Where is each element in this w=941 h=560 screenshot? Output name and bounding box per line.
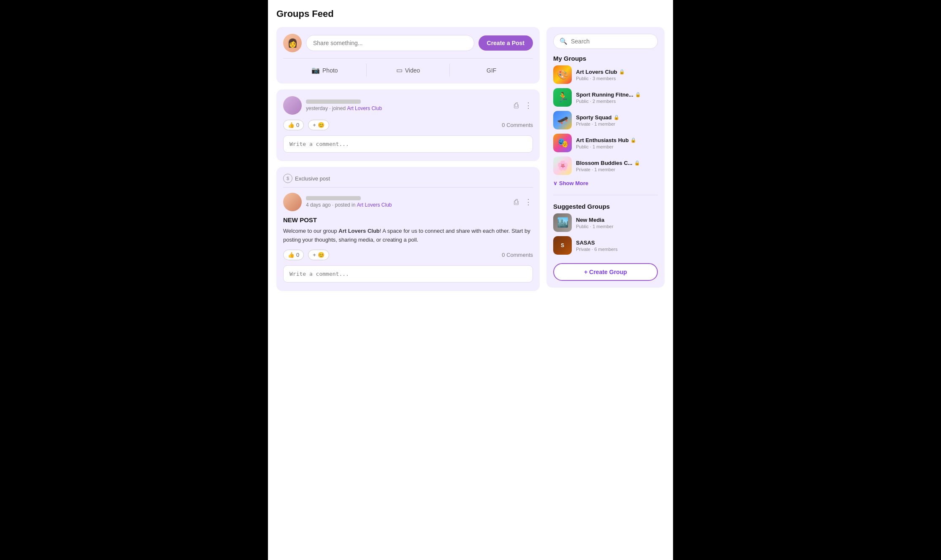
user-avatar: 👩 bbox=[283, 34, 302, 52]
comments-count-1: 0 Comments bbox=[502, 122, 533, 128]
thumbs-up-icon: 👍 bbox=[288, 122, 295, 128]
composer-input[interactable] bbox=[306, 35, 474, 51]
group-name-sporty-squad: Sporty Squad 🔒 bbox=[576, 114, 658, 121]
group-item-art-enthusiasts[interactable]: 🎭 Art Enthusiasts Hub 🔒 Public · 1 membe… bbox=[553, 134, 658, 152]
comments-count-2: 0 Comments bbox=[502, 252, 533, 258]
share-button-2[interactable]: ⎙ bbox=[513, 197, 519, 207]
group-item-sport-running[interactable]: 🏃 Sport Running Fitne... 🔒 Public · 2 me… bbox=[553, 88, 658, 107]
group-meta-art-lovers: Public · 3 members bbox=[576, 76, 658, 81]
composer-card: 👩 Create a Post 📷 Photo ▭ Video G bbox=[276, 27, 540, 83]
group-item-sporty-squad[interactable]: 🛹 Sporty Squad 🔒 Private · 1 member bbox=[553, 111, 658, 129]
group-meta-blossom: Private · 1 member bbox=[576, 167, 658, 172]
group-name-new-media: New Media bbox=[576, 217, 658, 223]
post-group-link-1[interactable]: Art Lovers Club bbox=[347, 105, 382, 111]
divider bbox=[553, 195, 658, 195]
like-button-2[interactable]: 👍 0 bbox=[283, 250, 304, 260]
group-item-blossom[interactable]: 🌸 Blossom Buddies C... 🔒 Private · 1 mem… bbox=[553, 156, 658, 175]
show-more-button[interactable]: ∨ Show More bbox=[553, 179, 588, 187]
username-blur-2 bbox=[306, 196, 361, 200]
comment-input-2[interactable] bbox=[283, 265, 533, 283]
suggested-groups-title: Suggested Groups bbox=[553, 203, 658, 210]
like-button-1[interactable]: 👍 0 bbox=[283, 120, 304, 130]
video-icon: ▭ bbox=[396, 66, 403, 74]
group-thumb-sporty-squad: 🛹 bbox=[553, 111, 572, 129]
group-thumb-sasas: S bbox=[553, 236, 572, 255]
my-groups-section: My Groups 🎨 Art Lovers Club 🔒 Public · 3… bbox=[553, 55, 658, 187]
chevron-down-icon: ∨ bbox=[553, 180, 557, 186]
post-group-link-2[interactable]: Art Lovers Club bbox=[357, 202, 392, 208]
group-item-new-media[interactable]: 🏙️ New Media Public · 1 member bbox=[553, 213, 658, 232]
thumbs-up-icon-2: 👍 bbox=[288, 252, 295, 258]
create-group-button[interactable]: + Create Group bbox=[553, 263, 658, 281]
post-avatar-1 bbox=[283, 96, 302, 115]
suggested-groups-list: 🏙️ New Media Public · 1 member S SASAS bbox=[553, 213, 658, 255]
comment-input-1[interactable] bbox=[283, 135, 533, 153]
group-thumb-art-enthusiasts: 🎭 bbox=[553, 134, 572, 152]
emoji-button-2[interactable]: +😊 bbox=[308, 250, 329, 260]
group-thumb-new-media: 🏙️ bbox=[553, 213, 572, 232]
lock-icon-art-lovers: 🔒 bbox=[619, 69, 625, 75]
group-thumb-art-lovers: 🎨 bbox=[553, 65, 572, 84]
post-body: NEW POST Welcome to our group Art Lovers… bbox=[283, 216, 533, 245]
group-meta-sporty-squad: Private · 1 member bbox=[576, 121, 658, 127]
group-meta-sport-running: Public · 2 members bbox=[576, 99, 658, 104]
page-title: Groups Feed bbox=[276, 8, 665, 19]
exclusive-badge: $ Exclusive post bbox=[283, 174, 533, 188]
group-item-art-lovers[interactable]: 🎨 Art Lovers Club 🔒 Public · 3 members bbox=[553, 65, 658, 84]
gif-button[interactable]: GIF bbox=[450, 64, 533, 77]
group-name-sport-running: Sport Running Fitne... 🔒 bbox=[576, 92, 658, 98]
exclusive-icon: $ bbox=[283, 174, 292, 183]
emoji-button-1[interactable]: +😊 bbox=[308, 120, 329, 130]
post-card-1: yesterday · joined Art Lovers Club ⎙ ⋮ 👍… bbox=[276, 89, 540, 161]
group-item-sasas[interactable]: S SASAS Private · 6 members bbox=[553, 236, 658, 255]
group-meta-art-enthusiasts: Public · 1 member bbox=[576, 144, 658, 149]
post-body-text: Welcome to our group Art Lovers Club! A … bbox=[283, 227, 533, 245]
group-name-art-lovers: Art Lovers Club 🔒 bbox=[576, 69, 658, 75]
lock-icon-art-enthusiasts: 🔒 bbox=[630, 137, 636, 143]
lock-icon-sport-running: 🔒 bbox=[635, 92, 641, 97]
group-name-blossom: Blossom Buddies C... 🔒 bbox=[576, 160, 658, 166]
post-time-2: 4 days ago · posted in Art Lovers Club bbox=[306, 202, 513, 208]
search-bar: 🔍 bbox=[553, 34, 658, 49]
create-post-button[interactable]: Create a Post bbox=[479, 35, 533, 51]
group-thumb-sport-running: 🏃 bbox=[553, 88, 572, 107]
group-meta-sasas: Private · 6 members bbox=[576, 247, 658, 252]
suggested-groups-section: Suggested Groups 🏙️ New Media Public · 1… bbox=[553, 203, 658, 255]
post-body-title: NEW POST bbox=[283, 216, 533, 223]
group-meta-new-media: Public · 1 member bbox=[576, 224, 658, 229]
more-button-2[interactable]: ⋮ bbox=[524, 197, 533, 207]
my-groups-list: 🎨 Art Lovers Club 🔒 Public · 3 members bbox=[553, 65, 658, 175]
more-button-1[interactable]: ⋮ bbox=[524, 100, 533, 111]
lock-icon-blossom: 🔒 bbox=[634, 160, 640, 166]
post-time-1: yesterday · joined Art Lovers Club bbox=[306, 105, 513, 111]
group-name-sasas: SASAS bbox=[576, 240, 658, 246]
username-blur-1 bbox=[306, 100, 361, 104]
post-card-2: $ Exclusive post 4 days ago · posted in … bbox=[276, 167, 540, 291]
photo-icon: 📷 bbox=[311, 66, 320, 74]
feed-column: 👩 Create a Post 📷 Photo ▭ Video G bbox=[276, 27, 540, 291]
group-name-art-enthusiasts: Art Enthusiasts Hub 🔒 bbox=[576, 137, 658, 143]
photo-button[interactable]: 📷 Photo bbox=[283, 64, 367, 77]
group-thumb-blossom: 🌸 bbox=[553, 156, 572, 175]
sidebar: 🔍 My Groups 🎨 Art Lovers Club 🔒 bbox=[546, 27, 665, 288]
share-button-1[interactable]: ⎙ bbox=[513, 100, 519, 111]
search-icon: 🔍 bbox=[560, 38, 568, 45]
search-input[interactable] bbox=[571, 38, 652, 45]
lock-icon-sporty-squad: 🔒 bbox=[614, 115, 619, 120]
my-groups-title: My Groups bbox=[553, 55, 658, 62]
post-avatar-2 bbox=[283, 193, 302, 211]
video-button[interactable]: ▭ Video bbox=[367, 64, 450, 77]
